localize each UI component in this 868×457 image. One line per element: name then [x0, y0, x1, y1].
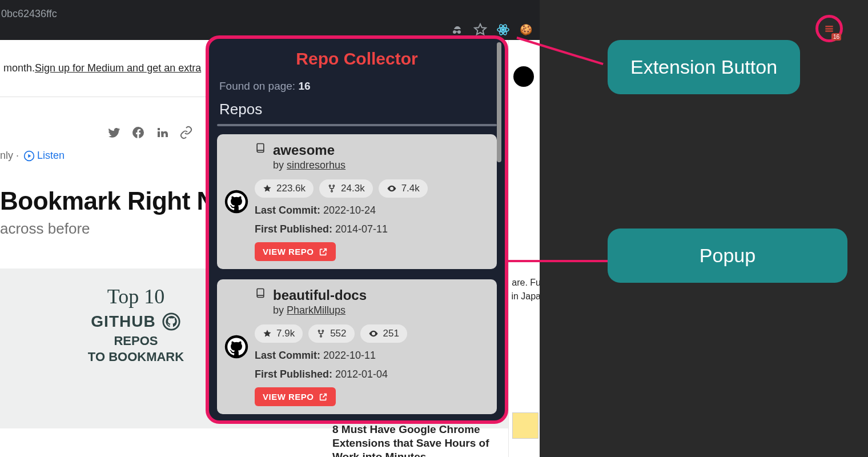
first-published-label: First Published: — [255, 223, 332, 235]
popup-found-count: 16 — [298, 80, 310, 92]
last-commit-row: Last Commit: 2022-10-11 — [255, 350, 490, 362]
hero-top10: Top 10 — [79, 284, 193, 308]
svg-point-11 — [318, 330, 320, 332]
repo-author-row: by PharkMillups — [273, 304, 367, 316]
repo-author[interactable]: sindresorhus — [287, 159, 345, 171]
repo-card-body: beautiful-docs by PharkMillups 7.9k 552 — [255, 287, 490, 406]
stars-pill: 223.6k — [255, 179, 314, 198]
extension-popup: Repo Collector Found on page: 16 Repos a… — [206, 35, 508, 424]
hero-tobookmark: TO BOOKMARK — [79, 350, 193, 364]
last-commit-row: Last Commit: 2022-10-24 — [255, 205, 490, 217]
last-commit-label: Last Commit: — [255, 350, 320, 361]
banner-text: month. — [3, 62, 35, 74]
first-published-label: First Published: — [255, 368, 332, 380]
stars-value: 223.6k — [276, 183, 306, 194]
emoji-ext-icon[interactable]: 🍪 — [519, 23, 533, 37]
forks-pill: 24.3k — [319, 179, 373, 198]
repo-card-body: awesome by sindresorhus 223.6k 24.3k — [255, 142, 490, 261]
callout-extension-button: Extension Button — [608, 40, 800, 94]
bookmark-star-icon[interactable] — [473, 23, 487, 37]
popup-scrollbar[interactable] — [497, 42, 501, 162]
stars-value: 7.9k — [276, 328, 295, 339]
extension-badge: 16 — [831, 33, 841, 41]
facebook-icon[interactable] — [131, 126, 145, 139]
banner-link[interactable]: Sign up for Medium and get an extra — [35, 62, 201, 74]
last-commit-value: 2022-10-11 — [323, 350, 376, 361]
github-logo-icon — [224, 189, 249, 214]
watchers-pill: 251 — [360, 324, 407, 343]
forks-pill: 552 — [308, 324, 354, 343]
stars-pill: 7.9k — [255, 324, 303, 343]
first-published-row: First Published: 2014-07-11 — [255, 223, 490, 235]
first-published-row: First Published: 2012-01-04 — [255, 368, 490, 380]
link-icon[interactable] — [179, 126, 193, 139]
popup-divider — [217, 124, 497, 126]
by-label: by — [273, 304, 284, 316]
last-commit-label: Last Commit: — [255, 205, 320, 216]
extension-icons-row: 🍪 — [451, 23, 533, 37]
last-commit-value: 2022-10-24 — [323, 205, 376, 216]
svg-point-9 — [331, 190, 333, 192]
listen-label: Listen — [37, 150, 65, 162]
linkedin-icon[interactable] — [155, 126, 169, 139]
sidebar-thumbnail — [512, 412, 539, 439]
svg-point-7 — [329, 185, 331, 187]
repo-icon — [255, 287, 266, 299]
hero-repos: REPOS — [79, 334, 193, 348]
extension-button[interactable]: 16 — [815, 15, 843, 42]
svg-point-12 — [322, 330, 324, 332]
hero-github-line: GITHUB — [79, 312, 193, 331]
popup-found-row: Found on page: 16 — [209, 72, 505, 93]
sidebar-avatar — [513, 66, 534, 87]
first-published-value: 2014-07-11 — [335, 223, 388, 235]
popup-title: Repo Collector — [209, 39, 505, 72]
members-only-text: nly · — [0, 150, 19, 162]
watchers-value: 7.4k — [401, 183, 420, 194]
annotation-line-popup — [506, 260, 608, 262]
repo-card: beautiful-docs by PharkMillups 7.9k 552 — [217, 279, 497, 414]
view-repo-button[interactable]: VIEW REPO — [255, 387, 336, 406]
sidebar-text-2: in Japa — [511, 291, 541, 302]
repo-name[interactable]: beautiful-docs — [273, 287, 367, 303]
view-repo-label: VIEW REPO — [263, 247, 314, 256]
svg-point-0 — [502, 29, 504, 31]
watchers-value: 251 — [383, 328, 399, 339]
sidebar-peek: are. Fu in Japa — [508, 40, 540, 457]
repo-header: beautiful-docs by PharkMillups — [255, 287, 490, 316]
forks-value: 24.3k — [341, 183, 365, 194]
repo-header: awesome by sindresorhus — [255, 142, 490, 171]
view-repo-label: VIEW REPO — [263, 392, 314, 402]
address-bar-fragment: 0bc62436ffc — [0, 8, 57, 20]
twitter-icon[interactable] — [107, 126, 121, 139]
repo-author[interactable]: PharkMillups — [287, 304, 345, 316]
related-story-title[interactable]: 8 Must Have Google Chrome Extensions tha… — [332, 423, 509, 457]
by-label: by — [273, 159, 284, 171]
watchers-pill: 7.4k — [379, 179, 428, 198]
forks-value: 552 — [330, 328, 346, 339]
listen-button[interactable]: Listen — [23, 150, 65, 162]
repo-icon — [255, 142, 266, 154]
react-devtools-icon[interactable] — [496, 23, 510, 37]
browser-chrome: 0bc62436ffc 🍪 — [0, 0, 540, 40]
view-repo-button[interactable]: VIEW REPO — [255, 242, 336, 261]
repo-author-row: by sindresorhus — [273, 159, 345, 171]
repo-name[interactable]: awesome — [273, 142, 345, 158]
repo-stats-row: 7.9k 552 251 — [255, 324, 490, 343]
sidebar-text-1: are. Fu — [512, 278, 541, 288]
repo-card: awesome by sindresorhus 223.6k 24.3k — [217, 134, 497, 269]
github-logo-icon — [224, 334, 249, 359]
callout-popup: Popup — [608, 228, 847, 283]
repo-stats-row: 223.6k 24.3k 7.4k — [255, 179, 490, 198]
incognito-icon[interactable] — [451, 23, 464, 37]
popup-found-label: Found on page: — [219, 80, 298, 92]
hero-overlay-text: Top 10 GITHUB REPOS TO BOOKMARK — [79, 284, 193, 364]
hero-github-text: GITHUB — [91, 312, 155, 331]
first-published-value: 2012-01-04 — [335, 368, 388, 380]
popup-section-heading: Repos — [209, 93, 505, 121]
svg-point-8 — [333, 185, 335, 187]
svg-point-13 — [320, 335, 322, 337]
